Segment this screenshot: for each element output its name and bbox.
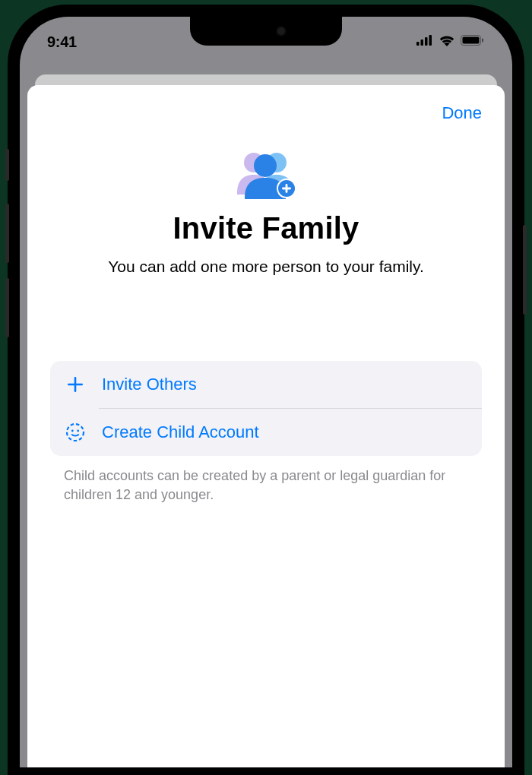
notch — [190, 17, 342, 46]
page-subtitle: You can add one more person to your fami… — [50, 256, 482, 277]
option-group: Invite Others Create Child Acco — [50, 361, 482, 456]
footer-note: Child accounts can be created by a paren… — [50, 456, 482, 504]
svg-rect-1 — [421, 40, 424, 46]
plus-icon — [65, 375, 85, 394]
create-child-label: Create Child Account — [102, 422, 259, 442]
svg-point-17 — [71, 430, 74, 432]
modal-sheet: Done — [27, 85, 505, 767]
wifi-icon — [439, 34, 455, 49]
invite-others-label: Invite Others — [102, 375, 197, 394]
svg-rect-6 — [482, 39, 483, 43]
phone-frame: 9:41 — [8, 5, 524, 775]
create-child-account-button[interactable]: Create Child Account — [50, 409, 482, 456]
status-time: 9:41 — [47, 33, 77, 51]
family-sharing-icon — [50, 146, 482, 204]
power-button — [523, 225, 527, 315]
screen: 9:41 — [20, 17, 512, 767]
done-button[interactable]: Done — [442, 103, 482, 123]
child-face-icon — [65, 422, 85, 442]
svg-rect-13 — [282, 188, 291, 190]
svg-point-9 — [254, 154, 277, 177]
svg-rect-15 — [68, 384, 83, 386]
svg-rect-3 — [429, 35, 432, 46]
svg-rect-2 — [425, 37, 428, 46]
phone-inner: 9:41 — [20, 17, 512, 767]
volume-up-button — [5, 204, 9, 263]
svg-point-16 — [67, 424, 84, 441]
front-camera — [276, 26, 287, 36]
battery-icon — [461, 35, 485, 49]
cellular-icon — [416, 35, 433, 49]
svg-rect-5 — [463, 37, 480, 44]
silent-switch — [5, 149, 9, 181]
volume-down-button — [5, 278, 9, 337]
svg-rect-0 — [416, 42, 420, 46]
svg-point-18 — [77, 430, 79, 432]
invite-others-button[interactable]: Invite Others — [50, 361, 482, 408]
page-title: Invite Family — [50, 211, 482, 245]
sheet-header: Done — [50, 100, 482, 146]
status-icons — [416, 34, 485, 49]
